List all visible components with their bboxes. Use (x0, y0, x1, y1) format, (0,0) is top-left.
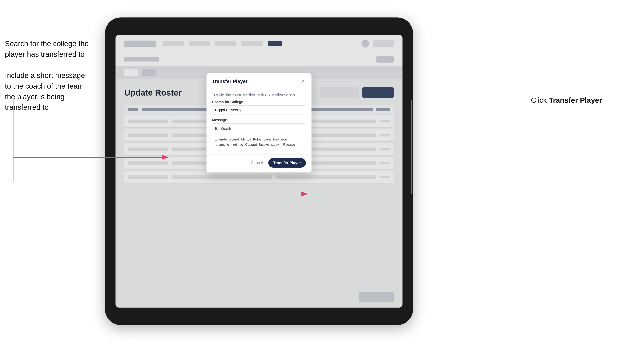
modal-header: Transfer Player × (206, 73, 312, 88)
search-college-group: Search for College (212, 100, 306, 114)
modal-title: Transfer Player (212, 79, 248, 84)
modal-body: Transfer the player and their profile to… (206, 88, 312, 155)
left-annotations: Search for the college theplayer has tra… (5, 38, 89, 123)
annotation-transfer-bold: Transfer Player (549, 96, 602, 104)
message-group: Message Hi Coach, I understand Chris Rob… (212, 118, 306, 147)
search-college-input[interactable] (212, 105, 306, 114)
annotation-message-note: Include a short messageto the coach of t… (5, 70, 89, 113)
tablet-screen: Update Roster (116, 35, 402, 308)
transfer-player-button[interactable]: Transfer Player (268, 158, 306, 168)
right-annotation: Click Transfer Player (531, 96, 602, 105)
modal-close-button[interactable]: × (300, 78, 306, 85)
svg-line-2 (13, 157, 97, 182)
transfer-player-modal: Transfer Player × Transfer the player an… (206, 73, 312, 173)
tablet-frame: Update Roster (105, 17, 413, 325)
search-college-label: Search for College (212, 100, 306, 104)
message-textarea[interactable]: Hi Coach, I understand Chris Robertson h… (212, 123, 306, 146)
cancel-button[interactable]: Cancel (248, 159, 266, 167)
message-label: Message (212, 118, 306, 122)
annotation-search-note: Search for the college theplayer has tra… (5, 38, 89, 60)
modal-subtitle: Transfer the player and their profile to… (212, 92, 306, 96)
modal-overlay: Transfer Player × Transfer the player an… (116, 35, 402, 308)
modal-footer: Cancel Transfer Player (206, 155, 312, 173)
